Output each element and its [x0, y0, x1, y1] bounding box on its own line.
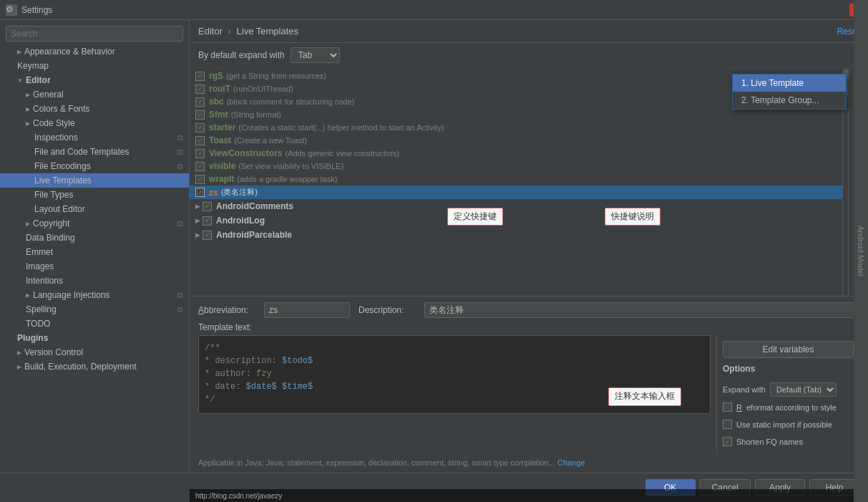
group-arrow-android-parcelable: ▶ — [195, 232, 200, 238]
sidebar-label-general: General — [33, 90, 64, 100]
sidebar-label-code-style: Code Style — [33, 118, 75, 128]
abbr-sfmt: Sfmt — [209, 110, 228, 120]
sidebar-item-file-types[interactable]: File Types — [0, 188, 189, 202]
group-android-log[interactable]: ▶ AndroidLog — [190, 213, 842, 228]
sidebar-item-file-encodings[interactable]: File Encodings ⧉ — [0, 159, 189, 173]
sidebar-item-language-injections[interactable]: ▶ Language Injections ⧉ — [0, 288, 189, 302]
context-menu-template-group[interactable]: 2. Template Group... — [733, 92, 846, 109]
breadcrumb-separator: › — [228, 26, 231, 37]
collapse-arrow-code-style: ▶ — [26, 120, 30, 127]
breadcrumb-current: Live Templates — [237, 26, 298, 37]
change-link[interactable]: Change — [557, 458, 585, 467]
sidebar-item-todo[interactable]: TODO — [0, 317, 189, 331]
checkbox-starter[interactable] — [195, 123, 205, 132]
checkbox-sfmt[interactable] — [195, 110, 205, 120]
desc-wrapit: (adds a gradle wrapper task) — [237, 175, 337, 183]
sidebar-item-general[interactable]: ▶ General — [0, 87, 189, 102]
group-label-android-log: AndroidLog — [216, 216, 265, 226]
sidebar-item-appearance[interactable]: ▶ Appearance & Behavior — [0, 44, 189, 59]
sidebar-item-data-binding[interactable]: Data Binding — [0, 231, 189, 245]
sidebar-label-language-injections: Language Injections — [33, 290, 109, 300]
checkbox-visible[interactable] — [195, 162, 205, 171]
expand-with-select[interactable]: Default (Tab) Tab Enter — [770, 382, 837, 397]
sidebar-item-copyright[interactable]: ▶ Copyright ⧉ — [0, 216, 189, 231]
group-arrow-android-log: ▶ — [195, 218, 200, 224]
sidebar-item-live-templates[interactable]: Live Templates — [0, 173, 189, 188]
sidebar-item-plugins[interactable]: Plugins — [0, 331, 189, 345]
collapse-arrow-copyright: ▶ — [26, 221, 30, 227]
sidebar-item-images[interactable]: Images — [0, 259, 189, 274]
copy-icon-file-templates: ⧉ — [177, 148, 183, 157]
edit-variables-button[interactable]: Edit variables — [723, 341, 854, 358]
checkbox-viewconstructors[interactable] — [195, 149, 205, 158]
checkbox-static-import[interactable] — [723, 420, 732, 429]
template-item-viewconstructors[interactable]: ViewConstructors (Adds generic view cons… — [190, 147, 842, 160]
sidebar: ▶ Appearance & Behavior Keymap ▼ Editor … — [0, 20, 190, 473]
abbreviation-input[interactable] — [264, 302, 350, 318]
context-menu-live-template[interactable]: 1. Live Template — [733, 74, 846, 92]
template-item-sfmt[interactable]: Sfmt (String format) — [190, 108, 842, 121]
desc-sfmt: (String format) — [231, 110, 281, 119]
group-android-comments[interactable]: ▶ AndroidComments — [190, 199, 842, 213]
template-item-wrapit[interactable]: wrapIt (adds a gradle wrapper task) — [190, 173, 842, 185]
sidebar-item-file-templates[interactable]: File and Code Templates ⧉ — [0, 145, 189, 159]
sidebar-label-todo: TODO — [26, 319, 50, 329]
group-checkbox-android-parcelable[interactable] — [203, 231, 212, 240]
search-input[interactable] — [6, 26, 183, 42]
template-item-starter[interactable]: starter (Creates a static start(...) hel… — [190, 121, 842, 134]
template-item-zs[interactable]: zs (类名注释) — [190, 185, 842, 199]
sidebar-item-version-control[interactable]: ▶ Version Control — [0, 345, 189, 359]
form-abbr-desc-row: Abbreviation: Description: — [198, 302, 859, 318]
group-checkbox-android-comments[interactable] — [203, 202, 212, 211]
group-arrow-android-comments: ▶ — [195, 203, 200, 210]
reformat-label: R — [736, 403, 742, 412]
sidebar-item-intentions[interactable]: Intentions — [0, 274, 189, 288]
sidebar-label-file-types: File Types — [34, 190, 73, 200]
checkbox-sbc[interactable] — [195, 97, 205, 107]
group-checkbox-android-log[interactable] — [203, 216, 212, 226]
sidebar-item-editor[interactable]: ▼ Editor — [0, 73, 189, 87]
sidebar-item-emmet[interactable]: Emmet — [0, 245, 189, 259]
collapse-arrow-editor: ▼ — [17, 77, 23, 84]
sidebar-label-keymap: Keymap — [17, 61, 49, 71]
sidebar-label-emmet: Emmet — [26, 247, 53, 257]
sidebar-item-build[interactable]: ▶ Build, Execution, Deployment — [0, 359, 189, 374]
sidebar-item-keymap[interactable]: Keymap — [0, 59, 189, 73]
checkbox-reformat[interactable] — [723, 402, 732, 412]
checkbox-wrapit[interactable] — [195, 175, 205, 184]
abbr-viewconstructors: ViewConstructors — [209, 148, 282, 158]
option-static-import: Use static import if possible — [723, 420, 854, 429]
checkbox-toast[interactable] — [195, 136, 205, 145]
option-reformat: Reformat according to style — [723, 402, 854, 412]
desc-visible: (Set view visibility to VISIBLE) — [238, 162, 343, 170]
url-text: http://blog.csdn.net/javaezy — [195, 492, 282, 500]
sidebar-item-inspections[interactable]: Inspections ⧉ — [0, 130, 189, 145]
checkbox-shorten[interactable] — [723, 437, 732, 446]
template-item-visible[interactable]: visible (Set view visibility to VISIBLE) — [190, 160, 842, 173]
sidebar-label-inspections: Inspections — [34, 132, 78, 143]
checkbox-zs[interactable] — [195, 188, 205, 197]
sidebar-item-layout-editor[interactable]: Layout Editor — [0, 202, 189, 216]
sidebar-item-code-style[interactable]: ▶ Code Style — [0, 116, 189, 130]
sidebar-label-images: Images — [26, 261, 54, 271]
template-editor[interactable]: /** * description: $todo$ * author: fzy … — [198, 335, 711, 414]
desc-rgs: (get a String from resources) — [226, 72, 326, 80]
collapse-arrow-lang: ▶ — [26, 292, 30, 299]
abbr-rouit: rouiT — [209, 84, 230, 94]
android-model-label: Android Model — [857, 226, 865, 276]
group-android-parcelable[interactable]: ▶ AndroidParcelable — [190, 228, 842, 242]
sidebar-item-colors-fonts[interactable]: ▶ Colors & Fonts — [0, 102, 189, 116]
code-line-2: * description: $todo$ — [205, 354, 704, 367]
template-area: rgS (get a String from resources) rouiT … — [190, 68, 868, 296]
copy-icon-spelling: ⧉ — [177, 305, 183, 314]
description-input[interactable] — [424, 302, 859, 318]
sidebar-label-layout-editor: Layout Editor — [34, 204, 85, 214]
checkbox-rouit[interactable] — [195, 85, 205, 94]
expand-select[interactable]: Tab Enter Space — [291, 47, 340, 63]
template-item-toast[interactable]: Toast (Create a new Toast) — [190, 134, 842, 147]
sidebar-item-spelling[interactable]: Spelling ⧉ — [0, 302, 189, 317]
option-shorten: Shorten FQ names — [723, 437, 854, 446]
collapse-arrow-build: ▶ — [17, 364, 21, 370]
code-line-1: /** — [205, 342, 704, 354]
checkbox-rgs[interactable] — [195, 72, 205, 81]
